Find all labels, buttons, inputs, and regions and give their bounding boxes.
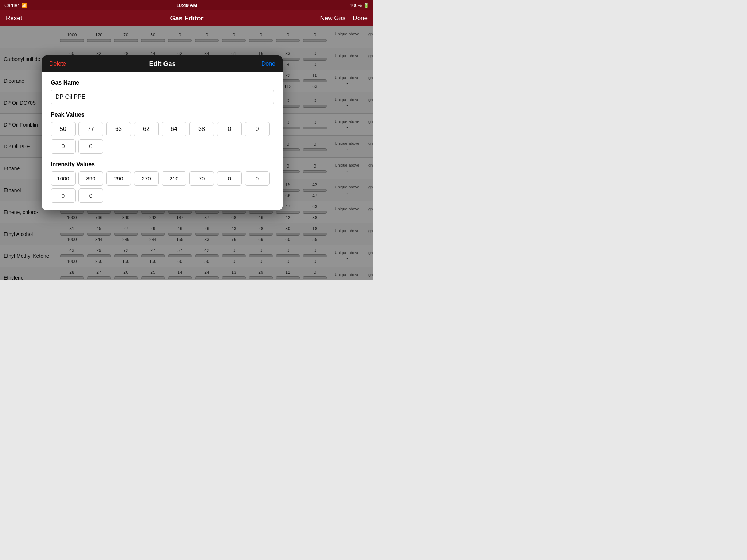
modal-body: Gas Name Peak Values Intensity Values xyxy=(42,72,283,210)
peak-value-input-9[interactable] xyxy=(78,139,103,154)
battery-icon: 🔋 xyxy=(363,3,369,8)
status-time: 10:49 AM xyxy=(177,3,197,8)
intensity-value-input-0[interactable] xyxy=(51,171,76,186)
intensity-value-input-8[interactable] xyxy=(51,188,76,203)
intensity-value-input-7[interactable] xyxy=(245,171,270,186)
reset-button[interactable]: Reset xyxy=(6,15,22,22)
modal-delete-button[interactable]: Delete xyxy=(49,61,66,67)
intensity-values-label: Intensity Values xyxy=(51,161,274,168)
status-bar: Carrier 📶 10:49 AM 100% 🔋 xyxy=(0,0,374,10)
intensity-value-input-4[interactable] xyxy=(162,171,186,186)
edit-gas-modal: Delete Edit Gas Done Gas Name Peak Value… xyxy=(42,55,283,210)
intensity-value-input-9[interactable] xyxy=(78,188,103,203)
peak-values-grid xyxy=(51,122,274,154)
peak-value-input-4[interactable] xyxy=(162,122,186,136)
new-gas-button[interactable]: New Gas xyxy=(320,15,345,22)
peak-value-input-6[interactable] xyxy=(217,122,242,136)
intensity-value-input-1[interactable] xyxy=(78,171,103,186)
peak-value-input-2[interactable] xyxy=(106,122,131,136)
peak-value-input-5[interactable] xyxy=(189,122,214,136)
intensity-values-grid xyxy=(51,171,274,203)
gas-name-label: Gas Name xyxy=(51,79,274,86)
wifi-icon: 📶 xyxy=(21,3,27,8)
peak-value-input-3[interactable] xyxy=(134,122,159,136)
modal-done-button[interactable]: Done xyxy=(262,61,275,67)
status-left: Carrier 📶 xyxy=(4,3,27,8)
nav-right: New Gas Done xyxy=(320,15,368,22)
battery-label: 100% xyxy=(350,3,362,8)
peak-values-label: Peak Values xyxy=(51,112,274,118)
nav-title: Gas Editor xyxy=(170,15,203,22)
status-right: 100% 🔋 xyxy=(350,3,369,8)
carrier-label: Carrier xyxy=(4,3,19,8)
nav-left: Reset xyxy=(6,15,22,22)
peak-value-input-0[interactable] xyxy=(51,122,76,136)
done-button[interactable]: Done xyxy=(353,15,368,22)
intensity-value-input-3[interactable] xyxy=(134,171,159,186)
peak-value-input-8[interactable] xyxy=(51,139,76,154)
intensity-value-input-2[interactable] xyxy=(106,171,131,186)
modal-title: Edit Gas xyxy=(149,60,175,68)
intensity-value-input-5[interactable] xyxy=(189,171,214,186)
intensity-value-input-6[interactable] xyxy=(217,171,242,186)
modal-overlay: Delete Edit Gas Done Gas Name Peak Value… xyxy=(0,26,374,280)
peak-value-input-1[interactable] xyxy=(78,122,103,136)
gas-name-input[interactable] xyxy=(51,90,274,104)
nav-bar: Reset Gas Editor New Gas Done xyxy=(0,10,374,26)
peak-value-input-7[interactable] xyxy=(245,122,270,136)
modal-header: Delete Edit Gas Done xyxy=(42,55,283,72)
